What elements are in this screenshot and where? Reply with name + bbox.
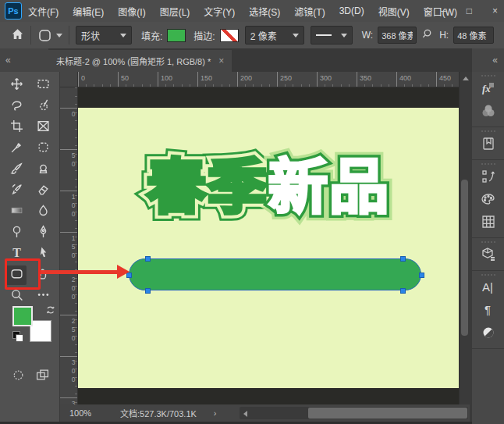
swap-colors-icon[interactable] (45, 305, 56, 319)
stroke-style-dropdown[interactable] (311, 26, 353, 45)
tab-close-icon[interactable]: × (218, 55, 224, 66)
scroll-left-icon[interactable] (243, 411, 247, 417)
dodge-icon (10, 225, 23, 241)
eyedropper-icon (10, 141, 23, 157)
photoshop-window: Ps 文件(F)编辑(E)图像(I)图层(L)文字(Y)选择(S)滤镜(T)3D… (0, 0, 504, 424)
tool-gradient-button[interactable] (6, 202, 27, 222)
panel-tonal-circle-button[interactable] (472, 322, 504, 345)
tab-bar: « 未标题-2 @ 100% (圆角矩形 1, RGB/8) * × « (0, 48, 504, 72)
quick-mask-button[interactable] (12, 369, 25, 385)
shape-height-input[interactable] (453, 27, 494, 44)
clone-stamp-icon (37, 162, 50, 178)
tool-eraser-button[interactable] (33, 181, 53, 201)
tool-patch-button[interactable] (33, 139, 53, 159)
vertical-scroll-thumb[interactable] (461, 180, 468, 336)
menu-item-8[interactable]: 视图(V) (378, 5, 410, 18)
headline-part-1: 春季 (147, 139, 268, 225)
menu-item-6[interactable]: 滤镜(T) (294, 5, 325, 18)
tool-dodge-button[interactable] (6, 223, 27, 243)
close-button[interactable]: × (492, 5, 498, 16)
panel-3d-cube-button[interactable] (472, 244, 504, 267)
panel-adjustment-layers-button[interactable] (472, 166, 504, 189)
tool-mode-dropdown[interactable]: 形状 (76, 26, 132, 45)
h-ruler-tick: 0 (78, 72, 85, 87)
tool-move-button[interactable] (6, 76, 27, 95)
document-info: 文档:527.3K/703.1K (120, 407, 197, 419)
stroke-label: 描边: (193, 29, 215, 42)
panel-color-palette-button[interactable] (472, 189, 504, 212)
shape-anchor-handle[interactable] (145, 288, 151, 294)
default-colors-icon[interactable] (12, 331, 23, 342)
panel-character-button[interactable]: A| (472, 277, 504, 300)
tonal-circle-icon (481, 325, 496, 344)
panel-fx-button[interactable]: fx (472, 78, 504, 101)
menu-item-5[interactable]: 选择(S) (249, 5, 280, 18)
scroll-up-icon[interactable] (463, 77, 469, 80)
tool-frame-button[interactable] (33, 118, 53, 137)
link-wh-icon[interactable] (421, 28, 433, 42)
fill-label: 填充: (141, 29, 162, 42)
collapse-toolbar-button[interactable]: « (0, 48, 48, 72)
tool-quick-select-button[interactable] (33, 97, 53, 116)
home-icon[interactable] (11, 27, 24, 43)
zoom-level-field[interactable]: 100% (69, 408, 112, 418)
panel-group: A|¶ (472, 271, 504, 349)
panel-swatches-grid-button[interactable] (472, 212, 504, 234)
tool-blur-button[interactable] (33, 202, 53, 222)
tool-eyedropper-button[interactable] (6, 139, 27, 159)
stroke-width-dropdown[interactable]: 2 像素 (245, 26, 304, 45)
tool-preset-icon[interactable] (37, 28, 62, 43)
tool-crop-button[interactable] (6, 118, 27, 137)
maximize-button[interactable]: □ (467, 5, 472, 16)
document-tab[interactable]: 未标题-2 @ 100% (圆角矩形 1, RGB/8) * × (48, 50, 232, 72)
tool-history-brush-button[interactable] (6, 181, 27, 201)
menu-item-1[interactable]: 编辑(E) (73, 5, 104, 18)
horizontal-scroll-thumb[interactable] (308, 408, 467, 419)
h-ruler-tick: 100 (158, 72, 172, 87)
tool-clone-stamp-button[interactable] (33, 160, 53, 180)
tool-lasso-button[interactable] (6, 97, 27, 116)
panel-libraries-button[interactable] (472, 134, 504, 156)
tool-marquee-button[interactable] (33, 76, 53, 95)
window-controls: – □ × (441, 0, 498, 22)
tool-pen-button[interactable] (33, 223, 53, 243)
vertical-scrollbar[interactable] (459, 72, 470, 404)
line-style-icon (316, 34, 332, 36)
shape-anchor-handle[interactable] (400, 256, 406, 262)
divider (69, 26, 69, 45)
tool-brush-button[interactable] (6, 160, 27, 180)
shape-anchor-handle[interactable] (145, 256, 151, 262)
collapse-panels-button[interactable]: « (472, 48, 504, 72)
crop-icon (10, 119, 23, 136)
shape-width-input[interactable] (378, 27, 417, 44)
h-ruler-tick: 200 (237, 72, 252, 87)
canvas-document[interactable]: 春季新品 (78, 108, 459, 388)
stroke-color-swatch[interactable] (220, 29, 239, 42)
character-icon: A| (481, 280, 496, 298)
shape-anchor-handle[interactable] (400, 288, 406, 294)
h-ruler-tick: 450 (436, 72, 451, 87)
status-flyout-arrow[interactable]: › (214, 408, 217, 418)
menu-item-0[interactable]: 文件(F) (28, 5, 59, 18)
screen-mode-button[interactable] (36, 369, 49, 385)
3d-cube-icon (481, 247, 496, 265)
menu-item-2[interactable]: 图像(I) (118, 5, 145, 18)
chevron-down-icon (293, 34, 299, 37)
foreground-color-swatch[interactable] (12, 306, 33, 326)
menu-item-7[interactable]: 3D(D) (339, 5, 364, 16)
rounded-rectangle-shape[interactable] (129, 258, 421, 290)
panel-paragraph-button[interactable]: ¶ (472, 300, 504, 322)
fx-icon: fx (481, 80, 496, 99)
shape-anchor-handle[interactable] (419, 273, 424, 278)
menu-item-3[interactable]: 图层(L) (160, 5, 190, 18)
minimize-button[interactable]: – (441, 5, 446, 16)
menu-item-4[interactable]: 文字(Y) (204, 5, 235, 18)
divider (30, 26, 31, 45)
fill-color-swatch[interactable] (167, 29, 186, 42)
horizontal-scrollbar[interactable] (240, 407, 468, 419)
background-color-swatch[interactable] (30, 320, 51, 342)
brush-icon (10, 162, 23, 178)
panel-color-wheel-button[interactable] (472, 101, 504, 123)
h-ruler-tick: 250 (277, 72, 292, 87)
v-ruler-tick: 50 (60, 149, 77, 169)
